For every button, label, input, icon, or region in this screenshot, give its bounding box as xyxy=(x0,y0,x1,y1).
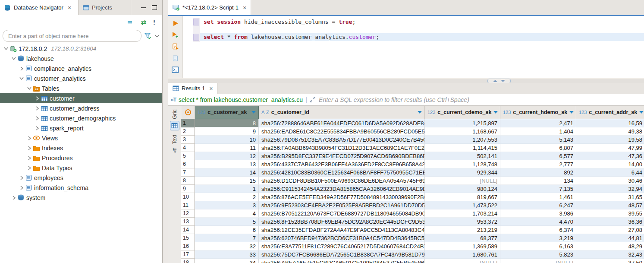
grid-cell-c_current_hdemo_sk[interactable]: 892 xyxy=(500,168,576,177)
chevron-right-icon[interactable] xyxy=(18,185,25,190)
grid-cell-c_customer_sk[interactable]: 34 xyxy=(195,259,259,263)
column-header-c_current_cdemo_sk[interactable]: 123c_current_cdemo_sk xyxy=(425,106,500,119)
grid-cell-c_customer_sk[interactable]: 1 xyxy=(195,185,259,193)
tree-item-views[interactable]: Views xyxy=(0,133,162,143)
tree-item-172-18-0-2[interactable]: 172.18.0.2172.18.0.2:31604 xyxy=(0,44,162,54)
grid-cell-c_customer_id[interactable]: sha256:E3A77511F81C7289C76C4065217D5D406… xyxy=(259,242,425,250)
tab-results-1[interactable]: Results 1 × xyxy=(168,83,217,94)
grid-cell-c_current_addr_sk[interactable]: 30,46 xyxy=(576,177,644,185)
grid-cell-c_current_hdemo_sk[interactable]: 6,374 xyxy=(500,226,576,234)
chevron-down-icon[interactable] xyxy=(18,76,25,80)
row-number[interactable]: 7 xyxy=(181,168,195,177)
grid-cell-c_customer_sk[interactable]: 11 xyxy=(195,144,259,152)
grid-cell-c_current_cdemo_sk[interactable]: [NULL] xyxy=(425,259,500,263)
row-number[interactable]: 18 xyxy=(181,259,195,263)
row-number[interactable]: 4 xyxy=(181,144,195,152)
tree-item-tables[interactable]: Tables xyxy=(0,83,162,93)
grid-cell-c_customer_sk[interactable]: 6 xyxy=(195,226,259,234)
grid-cell-c_customer_id[interactable]: sha256:C9115342454A2323DA815865CAA326064… xyxy=(259,185,425,193)
sql-console-icon[interactable] xyxy=(172,67,179,73)
row-number[interactable]: 17 xyxy=(181,250,195,259)
grid-cell-c_customer_sk[interactable]: 15 xyxy=(195,177,259,185)
chevron-right-icon[interactable] xyxy=(18,66,25,71)
tree-item-customer-analytics[interactable]: customer_analytics xyxy=(0,73,162,83)
grid-cell-c_customer_sk[interactable]: 13 xyxy=(195,160,259,168)
row-number[interactable]: 12 xyxy=(181,209,195,218)
chevron-right-icon[interactable] xyxy=(34,126,41,131)
grid-cell-c_customer_sk[interactable]: 32 xyxy=(195,242,259,250)
grid-cell-c_current_cdemo_sk[interactable]: 1,207,553 xyxy=(425,136,500,144)
tree-item-information-schema[interactable]: information_schema xyxy=(0,183,162,193)
grid-cell-c_customer_id[interactable]: sha256:ABEA16E7F1FCBDCA6E01CE1095D84E37C… xyxy=(259,259,425,263)
chevron-right-icon[interactable] xyxy=(34,96,41,101)
grid-cell-c_customer_id[interactable]: sha256:12CE35EFDABF272A4A47E9FA9CC5D4113… xyxy=(259,226,425,234)
grid-cell-c_customer_sk[interactable]: 5 xyxy=(195,218,259,226)
row-number[interactable]: 13 xyxy=(181,218,195,226)
grid-cell-c_current_hdemo_sk[interactable]: [NULL] xyxy=(500,259,576,263)
funnel-icon[interactable] xyxy=(144,32,152,40)
grid-cell-c_current_cdemo_sk[interactable]: [NULL] xyxy=(425,177,500,185)
column-filter-arrow-icon[interactable] xyxy=(639,111,644,114)
grid-cell-c_current_addr_sk[interactable]: 49,38 xyxy=(576,127,644,136)
grid-cell-c_current_cdemo_sk[interactable]: 1,128,748 xyxy=(425,160,500,168)
tree-item-procedures[interactable]: Procedures xyxy=(0,153,162,163)
grid-cell-c_current_addr_sk[interactable]: 19,58 xyxy=(576,136,644,144)
row-number[interactable]: 9 xyxy=(181,185,195,193)
presentation-tab-text[interactable]: Text «T xyxy=(170,135,179,155)
grid-cell-c_current_hdemo_sk[interactable]: 6,163 xyxy=(500,242,576,250)
tree-item-data-types[interactable]: Data Types xyxy=(0,163,162,173)
tree-item-employees[interactable]: employees xyxy=(0,173,162,183)
grid-cell-c_customer_id[interactable]: sha256:4337C7AB6432E3B06FF4A3636FD2F8CC8… xyxy=(259,160,425,168)
grid-cell-c_current_hdemo_sk[interactable]: 1,461 xyxy=(500,193,576,201)
minimize-icon[interactable] xyxy=(141,7,146,8)
chevron-right-icon[interactable] xyxy=(34,116,41,121)
collapse-all-icon[interactable] xyxy=(127,19,134,25)
tree-item-customer-address[interactable]: customer_address xyxy=(0,103,162,113)
grid-cell-c_current_addr_sk[interactable]: 16,59 xyxy=(576,119,644,127)
row-number[interactable]: 10 xyxy=(181,193,195,201)
grid-cell-c_current_addr_sk[interactable]: 36,36 xyxy=(576,218,644,226)
column-header-c_current_hdemo_sk[interactable]: 123c_current_hdemo_sk xyxy=(500,106,576,119)
select-all-corner-button[interactable] xyxy=(181,106,195,119)
grid-cell-c_current_cdemo_sk[interactable]: 502,141 xyxy=(425,152,500,160)
link-with-editor-icon[interactable]: ⇄ xyxy=(141,19,146,25)
grid-cell-c_customer_sk[interactable]: 9 xyxy=(195,127,259,136)
grid-cell-c_customer_id[interactable]: sha256:FA0ABB6943B98054FC31D12D3E3AEC689… xyxy=(259,144,425,152)
grid-cell-c_current_hdemo_sk[interactable]: 3,219 xyxy=(500,234,576,242)
object-filter-input[interactable] xyxy=(3,30,141,42)
grid-cell-c_customer_id[interactable]: sha256:42810C83B0360CE125634F068BAF8FF75… xyxy=(259,168,425,177)
column-header-c_customer_id[interactable]: A-Zc_customer_id xyxy=(259,106,425,119)
tree-item-compliance-analytics[interactable]: compliance_analytics xyxy=(0,63,162,73)
row-number[interactable]: 16 xyxy=(181,242,195,250)
close-icon[interactable]: × xyxy=(243,5,246,11)
sql-editor-body[interactable]: set session hide_inaccessible_columns = … xyxy=(168,16,644,78)
tree-item-indexes[interactable]: Indexes xyxy=(0,143,162,153)
tree-item-lakehouse[interactable]: lakehouse xyxy=(0,54,162,63)
row-number[interactable]: 14 xyxy=(181,226,195,234)
grid-cell-c_current_addr_sk[interactable]: 32,43 xyxy=(576,250,644,259)
grid-cell-c_current_addr_sk[interactable]: 47,36 xyxy=(576,152,644,160)
grid-cell-c_current_hdemo_sk[interactable]: 1,404 xyxy=(500,127,576,136)
grid-cell-c_customer_sk[interactable]: 7 xyxy=(195,234,259,242)
grid-cell-c_current_hdemo_sk[interactable]: 2,471 xyxy=(500,119,576,127)
column-header-c_current_addr_sk[interactable]: 123c_current_addr_sk xyxy=(576,106,644,119)
grid-cell-c_customer_sk[interactable]: 8 xyxy=(195,119,259,127)
grid-cell-c_current_addr_sk[interactable]: 44,81 xyxy=(576,234,644,242)
grid-cell-c_current_hdemo_sk[interactable]: 2,777 xyxy=(500,160,576,168)
tree-item-customer[interactable]: customer xyxy=(0,93,162,103)
grid-cell-c_current_cdemo_sk[interactable]: 1,114,415 xyxy=(425,144,500,152)
collapse-up-icon[interactable] xyxy=(493,80,497,82)
grid-cell-c_current_hdemo_sk[interactable]: 5,823 xyxy=(500,250,576,259)
grid-cell-c_current_cdemo_sk[interactable]: 213,219 xyxy=(425,226,500,234)
grid-cell-c_customer_id[interactable]: sha256:B295D8FC337E9E4FECD0725D907ACD6B6… xyxy=(259,152,425,160)
tab-database-navigator[interactable]: Database Navigator × xyxy=(0,0,79,15)
grid-cell-c_customer_sk[interactable]: 4 xyxy=(195,209,259,218)
chevron-down-icon[interactable] xyxy=(10,57,17,60)
grid-cell-c_current_cdemo_sk[interactable]: 68,377 xyxy=(425,234,500,242)
close-icon[interactable]: × xyxy=(209,86,213,92)
chevron-down-icon[interactable] xyxy=(154,34,160,38)
grid-cell-c_current_hdemo_sk[interactable]: 6,807 xyxy=(500,144,576,152)
grid-cell-c_customer_id[interactable]: sha256:75DC7FCB6686EDA72565C1B838CA7FC43… xyxy=(259,250,425,259)
grid-cell-c_current_hdemo_sk[interactable]: 4,470 xyxy=(500,218,576,226)
chevron-right-icon[interactable] xyxy=(10,195,17,200)
